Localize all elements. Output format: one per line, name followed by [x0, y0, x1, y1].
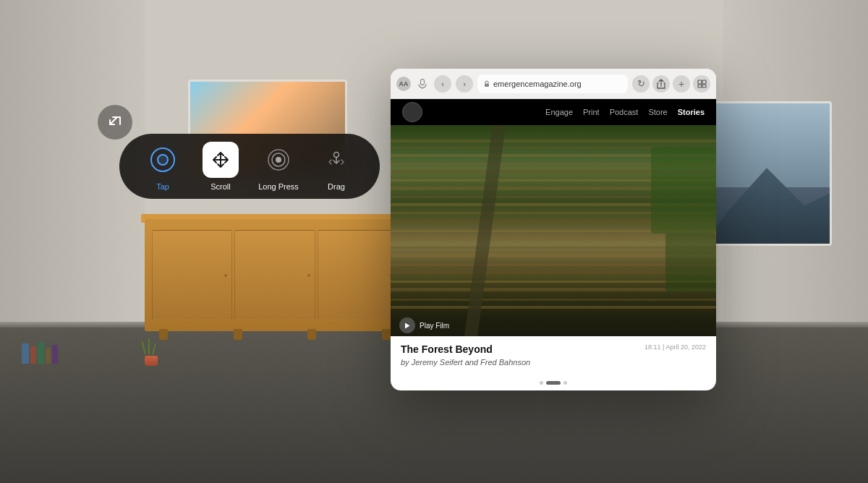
tab-overview-button[interactable] [693, 75, 710, 93]
wall-picture-right [702, 101, 832, 246]
cabinet-doors [152, 230, 398, 320]
article-byline: by Jeremy Seifert and Fred Bahnson [401, 358, 706, 367]
reload-icon: ↻ [637, 78, 645, 89]
svg-rect-6 [485, 83, 489, 87]
long-press-label: Long Press [258, 182, 299, 191]
forward-button[interactable]: › [456, 75, 473, 93]
svg-rect-9 [698, 85, 702, 87]
url-text: emergencemagazine.org [493, 80, 582, 88]
site-logo [402, 102, 422, 122]
books [22, 342, 58, 364]
cabinet-leg-1 [159, 329, 168, 340]
share-icon [657, 79, 665, 89]
dot-1 [540, 381, 543, 385]
room-background: Tap Scroll Long Press [0, 0, 868, 483]
add-tab-button[interactable]: + [673, 75, 690, 93]
play-film-label: Play Film [420, 322, 449, 330]
cabinet-door-2 [234, 230, 315, 320]
drag-svg [324, 148, 349, 172]
browser-btn-reader[interactable]: AA [396, 77, 411, 91]
mic-button[interactable] [415, 77, 430, 91]
cabinet-leg-3 [307, 329, 316, 340]
play-circle-icon [399, 317, 415, 333]
nav-link-engage[interactable]: Engage [545, 108, 573, 116]
tap-circle-outer [150, 148, 175, 172]
share-button[interactable] [652, 75, 670, 93]
article-text-area: 18:11 | April 20, 2022 The Forest Beyond… [391, 336, 716, 390]
aa-text: AA [399, 80, 409, 87]
collapse-icon [107, 114, 123, 130]
cabinet-body [145, 219, 405, 331]
svg-rect-11 [391, 140, 716, 142]
svg-rect-30 [391, 299, 716, 301]
mic-icon [418, 79, 427, 89]
gesture-item-scroll[interactable]: Scroll [199, 142, 242, 191]
article-meta: 18:11 | April 20, 2022 [644, 343, 706, 351]
plant-pot [145, 356, 158, 366]
site-nav: Engage Print Podcast Store Stories [391, 99, 716, 125]
plant [145, 338, 158, 366]
add-icon: + [678, 78, 684, 90]
svg-rect-32 [651, 147, 716, 234]
dot-3 [563, 381, 567, 385]
svg-rect-8 [702, 80, 706, 84]
website-content: Engage Print Podcast Store Stories [391, 99, 716, 390]
gesture-item-long-press[interactable]: Long Press [257, 142, 300, 191]
browser-window: AA ‹ › emergencemagazine.org [391, 69, 716, 390]
svg-point-3 [334, 153, 339, 158]
gesture-item-drag[interactable]: Drag [315, 142, 358, 191]
reload-button[interactable]: ↻ [632, 75, 650, 93]
cabinet [145, 205, 405, 331]
scroll-label: Scroll [210, 182, 231, 191]
cabinet-leg-2 [234, 329, 242, 340]
cabinet-door-3 [318, 230, 398, 320]
play-button[interactable]: Play Film [399, 317, 449, 333]
browser-toolbar-right: ↻ + [632, 75, 710, 93]
gesture-pill: Tap Scroll Long Press [119, 134, 380, 199]
svg-rect-31 [391, 306, 716, 309]
long-press-icon [260, 142, 297, 178]
cabinet-legs [159, 329, 391, 340]
long-press-svg [265, 147, 292, 173]
dot-2-active [546, 381, 561, 385]
cabinet-door-1 [152, 230, 232, 320]
logs-texture [391, 125, 716, 342]
svg-rect-7 [698, 80, 702, 84]
book-4 [46, 348, 51, 364]
cabinet-leg-4 [382, 329, 391, 340]
play-triangle-icon [404, 322, 411, 330]
svg-rect-10 [702, 85, 706, 87]
article-image: Play Film [391, 125, 716, 342]
gesture-item-tap[interactable]: Tap [141, 142, 184, 191]
nav-link-podcast[interactable]: Podcast [610, 108, 639, 116]
svg-point-2 [276, 157, 281, 163]
back-icon: ‹ [441, 80, 444, 88]
tap-circle-inner [157, 154, 169, 166]
pagination [391, 381, 716, 385]
svg-rect-4 [421, 79, 425, 85]
book-2 [30, 346, 36, 364]
drag-icon [318, 142, 354, 178]
lock-icon [483, 80, 490, 87]
collapse-button[interactable] [98, 105, 132, 140]
browser-chrome: AA ‹ › emergencemagazine.org [391, 69, 716, 99]
drag-label: Drag [328, 182, 345, 191]
nav-link-stories[interactable]: Stories [678, 108, 705, 116]
scroll-icon [203, 142, 239, 178]
tap-label: Tap [156, 182, 169, 191]
nav-link-store[interactable]: Store [648, 108, 667, 116]
nav-link-print[interactable]: Print [583, 108, 600, 116]
tap-icon [145, 142, 181, 178]
book-1 [22, 343, 29, 364]
book-3 [38, 342, 44, 364]
scroll-arrows-svg [210, 150, 231, 170]
svg-rect-33 [665, 234, 716, 291]
forward-icon: › [463, 80, 466, 88]
tabs-icon [697, 80, 707, 88]
book-5 [52, 345, 58, 364]
url-bar[interactable]: emergencemagazine.org [477, 74, 628, 93]
back-button[interactable]: ‹ [434, 75, 451, 93]
